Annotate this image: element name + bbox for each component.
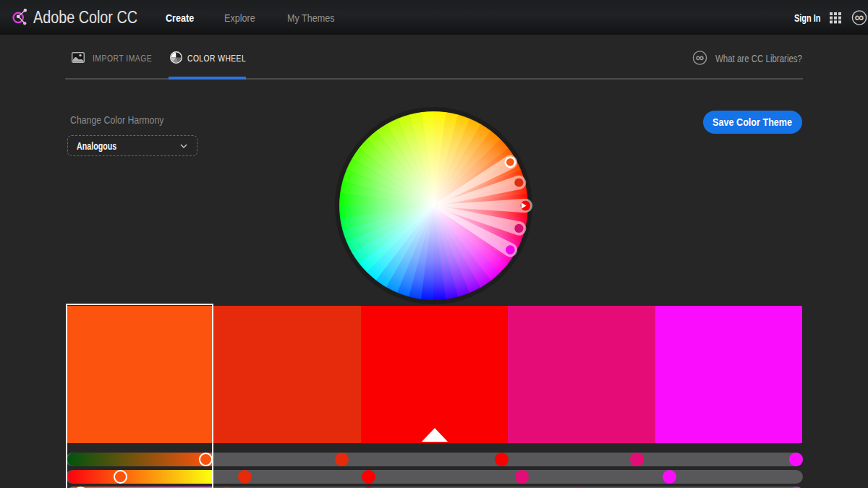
svg-text:∞: ∞	[696, 51, 704, 64]
svg-text:∞: ∞	[855, 10, 864, 25]
